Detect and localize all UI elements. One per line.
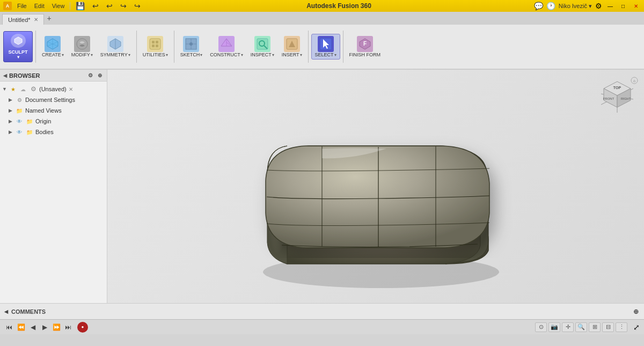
undo-button[interactable]: ↩ bbox=[89, 1, 102, 11]
svg-rect-8 bbox=[150, 39, 160, 49]
bodies-arrow: ▶ bbox=[9, 129, 15, 135]
sculpt-label: SCULPT bbox=[9, 49, 28, 55]
sidebar: ◀ BROWSER ⚙ ⊕ ▼ ★ ☁ ⚙ (Unsaved) ✕ ▶ ⚙ bbox=[0, 70, 107, 303]
play-next-button[interactable]: ⏩ bbox=[52, 322, 61, 332]
document-tab[interactable]: Untitled* ✕ bbox=[2, 14, 44, 25]
expand-button[interactable]: ⤢ bbox=[633, 323, 640, 332]
viewport-tool-display1[interactable]: ⊞ bbox=[589, 322, 601, 332]
construct-tool[interactable]: CONSTRUCT ▾ bbox=[207, 34, 246, 59]
undo2-button[interactable]: ↩ bbox=[103, 1, 116, 11]
toolbar-separator-3 bbox=[174, 31, 174, 63]
file-menu[interactable]: File bbox=[14, 2, 30, 10]
comments-title: COMMENTS bbox=[11, 308, 46, 315]
browser-tree: ▼ ★ ☁ ⚙ (Unsaved) ✕ ▶ ⚙ Document Setting… bbox=[0, 82, 107, 303]
chat-icon[interactable]: 💬 bbox=[534, 2, 543, 10]
toolbar-separator-1 bbox=[35, 31, 36, 63]
finish-form-tool[interactable]: F FINISH FORM bbox=[346, 34, 384, 59]
browser-options-button[interactable]: ⊕ bbox=[96, 72, 104, 79]
root-close-icon[interactable]: ✕ bbox=[69, 86, 73, 92]
viewcube[interactable]: TOP FRONT RIGHT ⌂ bbox=[596, 75, 639, 118]
root-star-icon: ★ bbox=[9, 85, 17, 93]
user-name[interactable]: Niko Ivezič ▾ bbox=[559, 3, 592, 10]
comments-panel: ◀ COMMENTS ⊕ bbox=[0, 303, 644, 319]
title-bar-left: A File Edit View 💾 ↩ ↩ ↪ ↪ bbox=[3, 1, 144, 11]
inspect-tool[interactable]: INSPECT ▾ bbox=[247, 34, 277, 59]
origin-arrow: ▶ bbox=[9, 119, 15, 124]
browser-origin[interactable]: ▶ 👁 📁 Origin bbox=[0, 116, 107, 127]
comments-collapse-button[interactable]: ◀ bbox=[4, 309, 8, 314]
browser-collapse-button[interactable]: ◀ bbox=[3, 73, 7, 78]
sculpt-arrow: ▾ bbox=[17, 55, 19, 60]
svg-rect-10 bbox=[156, 41, 158, 43]
browser-title: BROWSER bbox=[9, 72, 40, 79]
viewport-tool-more[interactable]: ⋮ bbox=[616, 322, 627, 332]
sculpt-button[interactable]: SCULPT ▾ bbox=[3, 31, 33, 62]
root-cloud-icon: ☁ bbox=[19, 85, 27, 93]
sketch-tool[interactable]: SKETCH ▾ bbox=[177, 34, 206, 59]
sketch-label: SKETCH ▾ bbox=[180, 52, 203, 57]
settings-icon[interactable]: ⚙ bbox=[595, 2, 602, 10]
play-prev-button[interactable]: ⏪ bbox=[16, 322, 26, 332]
toolbar-area: Untitled* ✕ + SCULPT ▾ bbox=[0, 12, 644, 70]
root-arrow: ▼ bbox=[2, 86, 9, 92]
play-last-button[interactable]: ⏭ bbox=[63, 322, 73, 332]
viewport-tool-orbit[interactable]: ⊙ bbox=[535, 322, 547, 332]
select-icon bbox=[318, 36, 334, 52]
insert-tool[interactable]: INSERT ▾ bbox=[279, 34, 305, 59]
redo2-button[interactable]: ↪ bbox=[131, 1, 144, 11]
construct-label: CONSTRUCT ▾ bbox=[210, 52, 243, 57]
finish-icon: F bbox=[357, 36, 373, 52]
main-toolbar: SCULPT ▾ CREATE ▾ bbox=[0, 25, 644, 69]
sketch-icon bbox=[183, 36, 199, 52]
browser-settings-button[interactable]: ⚙ bbox=[86, 72, 94, 79]
viewport-tool-display2[interactable]: ⊟ bbox=[602, 322, 614, 332]
play-forward-button[interactable]: ▶ bbox=[40, 322, 49, 332]
save-button[interactable]: 💾 bbox=[72, 1, 88, 11]
app-title: Autodesk Fusion 360 bbox=[306, 2, 371, 10]
toolbar-separator-5 bbox=[343, 31, 343, 63]
construct-icon bbox=[218, 36, 235, 52]
symmetry-tool[interactable]: SYMMETRY ▾ bbox=[97, 34, 134, 59]
close-button[interactable]: ✕ bbox=[631, 2, 641, 10]
modify-tool[interactable]: MODIFY ▾ bbox=[68, 34, 96, 59]
svg-rect-11 bbox=[152, 45, 155, 47]
symmetry-label: SYMMETRY ▾ bbox=[100, 52, 130, 57]
viewport-tool-pan[interactable]: ✛ bbox=[562, 322, 574, 332]
clock-icon[interactable]: 🕐 bbox=[546, 2, 555, 10]
browser-header: ◀ BROWSER ⚙ ⊕ bbox=[0, 70, 107, 82]
record-button[interactable]: ● bbox=[77, 322, 88, 333]
doc-settings-arrow: ▶ bbox=[9, 97, 15, 102]
viewport-tool-zoom[interactable]: 🔍 bbox=[575, 322, 587, 332]
minimize-button[interactable]: — bbox=[605, 2, 615, 10]
bodies-folder-icon: 📁 bbox=[25, 128, 34, 136]
tab-close-button[interactable]: ✕ bbox=[34, 17, 38, 23]
utilities-label: UTILITIES ▾ bbox=[143, 52, 168, 57]
origin-label: Origin bbox=[35, 118, 51, 124]
bodies-eye-icon: 👁 bbox=[15, 128, 24, 136]
create-tool[interactable]: CREATE ▾ bbox=[39, 34, 67, 59]
browser-bodies[interactable]: ▶ 👁 📁 Bodies bbox=[0, 127, 107, 137]
viewport-tool-camera[interactable]: 📷 bbox=[548, 322, 560, 332]
named-views-arrow: ▶ bbox=[9, 108, 15, 113]
root-label: (Unsaved) bbox=[39, 86, 67, 92]
3d-object bbox=[188, 79, 564, 295]
browser-named-views[interactable]: ▶ 📁 Named Views bbox=[0, 105, 107, 116]
browser-root-item[interactable]: ▼ ★ ☁ ⚙ (Unsaved) ✕ bbox=[0, 84, 107, 94]
play-back-button[interactable]: ◀ bbox=[28, 322, 38, 332]
select-tool[interactable]: SELECT ▾ bbox=[311, 34, 340, 60]
3d-viewport[interactable]: TOP FRONT RIGHT ⌂ bbox=[107, 70, 644, 303]
edit-menu[interactable]: Edit bbox=[31, 2, 48, 10]
redo-button[interactable]: ↪ bbox=[117, 1, 130, 11]
maximize-button[interactable]: □ bbox=[618, 2, 628, 10]
create-label: CREATE ▾ bbox=[42, 52, 64, 57]
view-menu[interactable]: View bbox=[49, 2, 68, 10]
utilities-tool[interactable]: UTILITIES ▾ bbox=[140, 34, 171, 59]
new-tab-button[interactable]: + bbox=[44, 14, 55, 23]
title-right: 💬 🕐 Niko Ivezič ▾ ⚙ — □ ✕ bbox=[534, 2, 641, 10]
title-bar: A File Edit View 💾 ↩ ↩ ↪ ↪ Autodesk Fusi… bbox=[0, 0, 644, 12]
svg-rect-12 bbox=[156, 45, 158, 47]
browser-doc-settings[interactable]: ▶ ⚙ Document Settings bbox=[0, 94, 107, 105]
play-first-button[interactable]: ⏮ bbox=[4, 322, 14, 332]
toolbar-separator-4 bbox=[308, 31, 309, 63]
comments-options-button[interactable]: ⊕ bbox=[632, 308, 640, 315]
